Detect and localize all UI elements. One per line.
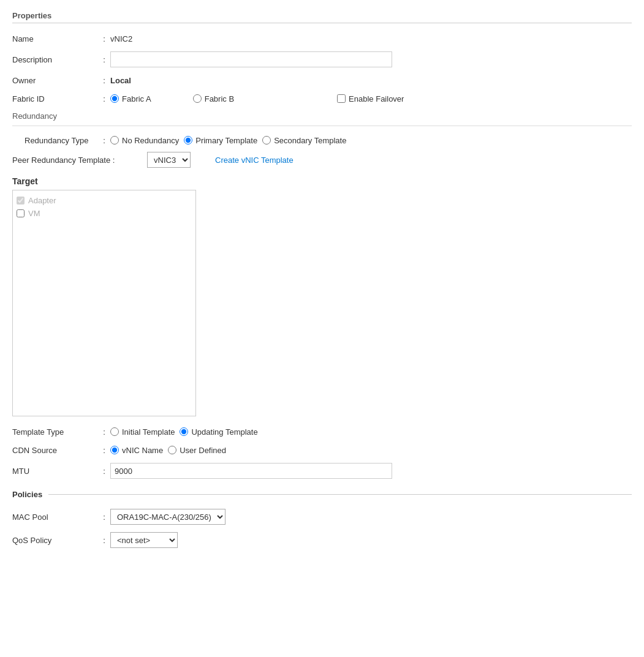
fabric-b-label: Fabric B (205, 94, 234, 103)
description-colon: : (98, 55, 110, 64)
mac-pool-value: ORA19C-MAC-A(230/256) (110, 509, 632, 525)
enable-failover-label: Enable Failover (349, 94, 404, 103)
no-redundancy-radio-item[interactable]: No Redundancy (110, 136, 179, 145)
template-type-label: Template Type (12, 427, 98, 437)
redundancy-section-label: Redundancy (12, 108, 632, 123)
vnic-name-radio[interactable] (110, 446, 119, 454)
properties-panel: Properties Name : vNIC2 Description : Ow… (0, 0, 644, 558)
target-adapter-checkbox[interactable] (17, 197, 25, 205)
description-label: Description (12, 55, 98, 64)
mtu-value (110, 463, 632, 479)
qos-policy-value: <not set> (110, 532, 632, 548)
description-input[interactable] (110, 51, 392, 67)
owner-text: Local (110, 76, 131, 85)
target-vm-label: VM (28, 209, 40, 218)
owner-row: Owner : Local (12, 71, 632, 89)
primary-template-radio-item[interactable]: Primary Template (184, 136, 257, 145)
qos-policy-row: QoS Policy : <not set> (12, 528, 632, 552)
primary-template-radio[interactable] (184, 136, 192, 145)
fabric-id-label: Fabric ID (12, 94, 98, 103)
redundancy-type-colon: : (98, 136, 110, 145)
target-list: Adapter VM (12, 190, 196, 416)
primary-template-label: Primary Template (195, 136, 257, 145)
enable-failover-checkbox[interactable] (337, 94, 346, 103)
fabric-id-row: Fabric ID : Fabric A Fabric B Enable Fai… (12, 89, 632, 108)
redundancy-type-value: No Redundancy Primary Template Secondary… (110, 136, 632, 145)
initial-template-radio[interactable] (110, 427, 119, 436)
secondary-template-radio-item[interactable]: Secondary Template (262, 136, 346, 145)
secondary-template-label: Secondary Template (274, 136, 346, 145)
user-defined-label: User Defined (180, 446, 226, 455)
target-vm-item: VM (17, 207, 192, 220)
fabric-a-radio[interactable] (110, 94, 119, 103)
policies-header: Policies (12, 490, 632, 499)
qos-policy-select[interactable]: <not set> (110, 532, 178, 548)
secondary-template-radio[interactable] (262, 136, 271, 145)
mac-pool-row: MAC Pool : ORA19C-MAC-A(230/256) (12, 505, 632, 528)
updating-template-label: Updating Template (191, 427, 257, 437)
cdn-source-label: CDN Source (12, 446, 98, 455)
name-label: Name (12, 34, 98, 43)
updating-template-radio-item[interactable]: Updating Template (180, 427, 257, 437)
redundancy-type-row: Redundancy Type : No Redundancy Primary … (12, 131, 632, 149)
fabric-id-colon: : (98, 94, 110, 103)
template-type-colon: : (98, 427, 110, 437)
peer-redundancy-row: Peer Redundancy Template : vNIC3 Create … (12, 149, 632, 170)
peer-redundancy-label: Peer Redundancy Template : (12, 156, 147, 165)
description-row: Description : (12, 48, 632, 71)
target-adapter-item: Adapter (17, 194, 192, 207)
owner-label: Owner (12, 76, 98, 85)
peer-redundancy-select[interactable]: vNIC3 (147, 152, 191, 168)
properties-header: Properties (12, 6, 632, 23)
target-adapter-label: Adapter (28, 196, 56, 205)
fabric-b-radio[interactable] (193, 94, 202, 103)
name-row: Name : vNIC2 (12, 29, 632, 48)
mtu-row: MTU : (12, 459, 632, 482)
fabric-a-radio-item[interactable]: Fabric A (110, 94, 151, 103)
initial-template-label: Initial Template (122, 427, 175, 437)
owner-value: Local (110, 76, 632, 85)
initial-template-radio-item[interactable]: Initial Template (110, 427, 175, 437)
fabric-a-label: Fabric A (122, 94, 151, 103)
template-type-value: Initial Template Updating Template (110, 427, 632, 437)
qos-policy-colon: : (98, 536, 110, 545)
redundancy-type-label: Redundancy Type (12, 136, 98, 145)
no-redundancy-radio[interactable] (110, 136, 119, 145)
user-defined-radio[interactable] (168, 446, 176, 454)
create-vnic-template-link[interactable]: Create vNIC Template (215, 156, 294, 165)
vnic-name-radio-item[interactable]: vNIC Name (110, 446, 163, 455)
policies-divider (48, 494, 632, 495)
name-text: vNIC2 (110, 34, 132, 43)
peer-redundancy-colon: : (113, 156, 115, 165)
user-defined-radio-item[interactable]: User Defined (168, 446, 226, 455)
target-section: Target Adapter VM (12, 176, 632, 416)
mtu-label: MTU (12, 467, 98, 476)
template-type-row: Template Type : Initial Template Updatin… (12, 422, 632, 441)
fabric-id-value: Fabric A Fabric B Enable Failover (110, 94, 632, 103)
enable-failover-checkbox-item[interactable]: Enable Failover (337, 94, 404, 103)
peer-redundancy-label-text: Peer Redundancy Template (12, 156, 110, 165)
mtu-input[interactable] (110, 463, 392, 479)
redundancy-divider (12, 126, 632, 126)
updating-template-radio[interactable] (180, 427, 188, 436)
target-label: Target (12, 176, 632, 186)
cdn-source-value: vNIC Name User Defined (110, 446, 632, 455)
description-value (110, 51, 632, 67)
name-value: vNIC2 (110, 34, 632, 43)
policies-title: Policies (12, 490, 42, 499)
mac-pool-select[interactable]: ORA19C-MAC-A(230/256) (110, 509, 225, 525)
mtu-colon: : (98, 467, 110, 476)
name-colon: : (98, 34, 110, 43)
mac-pool-label: MAC Pool (12, 512, 98, 522)
fabric-b-radio-item[interactable]: Fabric B (193, 94, 234, 103)
qos-policy-label: QoS Policy (12, 536, 98, 545)
owner-colon: : (98, 76, 110, 85)
target-vm-checkbox[interactable] (17, 209, 25, 217)
mac-pool-colon: : (98, 512, 110, 522)
vnic-name-label: vNIC Name (122, 446, 163, 455)
cdn-source-colon: : (98, 446, 110, 455)
cdn-source-row: CDN Source : vNIC Name User Defined (12, 441, 632, 459)
no-redundancy-label: No Redundancy (122, 136, 179, 145)
